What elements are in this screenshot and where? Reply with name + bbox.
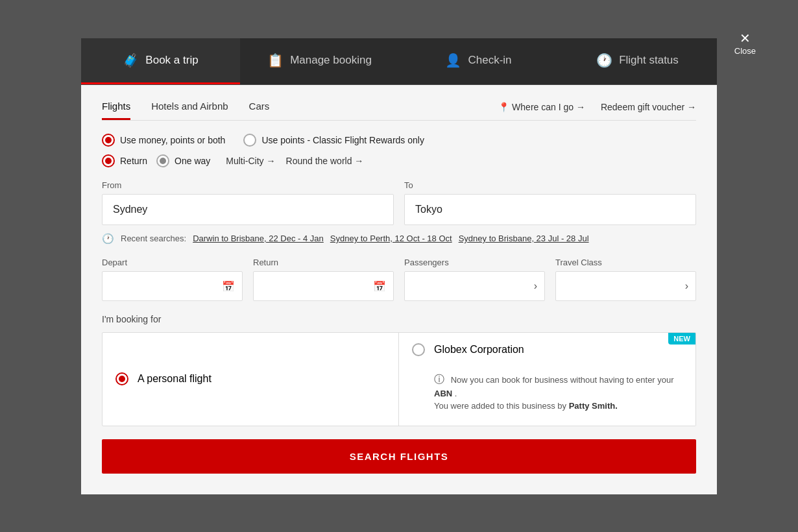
recent-search-2[interactable]: Sydney to Brisbane, 23 Jul - 28 Jul [459,234,589,243]
return-option[interactable]: Return [102,154,147,167]
personal-flight-label: A personal flight [138,373,212,385]
tab-flight-status-label: Flight status [619,54,679,67]
book-trip-icon: 🧳 [123,53,139,68]
recent-searches: 🕐 Recent searches: Darwin to Brisbane, 2… [102,233,696,245]
return-radio [102,154,115,167]
multi-city-link[interactable]: Multi-City → [226,156,275,166]
sub-tabs: Flights Hotels and Airbnb Cars 📍 Where c… [102,101,696,121]
travel-class-field-wrapper: › [555,271,696,301]
from-field-container: From [102,180,394,225]
to-field-container: To [404,180,696,225]
sub-tab-hotels[interactable]: Hotels and Airbnb [151,101,228,120]
modal-overlay: ✕ Close 🧳 Book a trip 📋 Manage booking 👤… [0,0,798,532]
money-points-radio [102,134,115,147]
tab-manage-booking-label: Manage booking [290,54,372,67]
main-content: Flights Hotels and Airbnb Cars 📍 Where c… [81,85,717,494]
booking-options: A personal flight NEW Globex Corporation… [102,332,696,426]
return-input[interactable] [253,271,394,301]
close-label: Close [734,46,756,56]
tab-manage-booking[interactable]: 📋 Manage booking [240,38,399,84]
travel-class-field-container: Travel Class › [555,258,696,301]
close-button[interactable]: ✕ Close [734,32,756,56]
to-input[interactable] [404,194,696,225]
modal: ✕ Close 🧳 Book a trip 📋 Manage booking 👤… [81,38,717,494]
return-field-container: Return 📅 [253,258,394,301]
tab-book-a-trip-label: Book a trip [145,54,198,67]
passengers-field-wrapper: › [404,271,545,301]
personal-flight-option[interactable]: A personal flight [103,333,399,426]
return-label: Return [253,258,394,267]
passengers-label: Passengers [404,258,545,267]
redeem-gift-link[interactable]: Redeem gift voucher → [601,102,696,112]
where-can-i-go-link[interactable]: 📍 Where can I go → [498,102,585,112]
sub-tab-flights[interactable]: Flights [102,101,130,120]
business-option-header: Globex Corporation [412,343,683,356]
passengers-field-container: Passengers › [404,258,545,301]
return-field-wrapper: 📅 [253,271,394,301]
from-label: From [102,180,394,190]
close-icon: ✕ [734,32,756,45]
trip-type-row: Return One way Multi-City → Round the wo… [102,154,696,167]
business-description: ⓘ Now you can book for business without … [412,372,683,413]
one-way-option[interactable]: One way [156,154,210,167]
tab-check-in-label: Check-in [468,54,511,67]
from-to-row: From To [102,180,696,225]
sub-tab-links: 📍 Where can I go → Redeem gift voucher → [498,102,696,119]
search-flights-button[interactable]: SEARCH FLIGHTS [102,439,696,474]
info-icon: ⓘ [434,374,444,385]
recent-searches-label: Recent searches: [121,234,186,243]
booking-fields-row: Depart 📅 Return 📅 Passengers [102,258,696,301]
recent-search-0[interactable]: Darwin to Brisbane, 22 Dec - 4 Jan [193,234,324,243]
tab-book-a-trip[interactable]: 🧳 Book a trip [81,38,240,84]
manage-booking-icon: 📋 [267,53,284,68]
payment-options-row: Use money, points or both Use points - C… [102,134,696,147]
check-in-icon: 👤 [445,53,461,68]
recent-search-1[interactable]: Sydney to Perth, 12 Oct - 18 Oct [330,234,452,243]
business-option[interactable]: NEW Globex Corporation ⓘ Now you can boo… [399,333,695,426]
booking-for-label: I'm booking for [102,314,696,324]
points-only-radio [243,134,256,147]
tab-check-in[interactable]: 👤 Check-in [399,38,558,84]
depart-field-container: Depart 📅 [102,258,243,301]
travel-class-label: Travel Class [555,258,696,267]
money-points-option[interactable]: Use money, points or both [102,134,225,147]
points-only-option[interactable]: Use points - Classic Flight Rewards only [243,134,424,147]
pin-icon: 📍 [498,102,509,112]
depart-input[interactable] [102,271,243,301]
round-world-link[interactable]: Round the world → [286,156,364,166]
flight-status-icon: 🕐 [596,53,612,68]
personal-flight-radio [115,372,128,385]
business-label: Globex Corporation [434,344,524,356]
passengers-input[interactable] [404,271,545,301]
sub-tab-cars[interactable]: Cars [249,101,270,120]
depart-label: Depart [102,258,243,267]
travel-class-input[interactable] [555,271,696,301]
new-badge: NEW [668,333,695,345]
depart-field-wrapper: 📅 [102,271,243,301]
to-label: To [404,180,696,190]
from-input[interactable] [102,194,394,225]
clock-icon: 🕐 [102,233,114,245]
business-radio [412,343,425,356]
tab-flight-status[interactable]: 🕐 Flight status [558,38,717,84]
one-way-radio [156,154,169,167]
nav-tabs: 🧳 Book a trip 📋 Manage booking 👤 Check-i… [81,38,717,85]
